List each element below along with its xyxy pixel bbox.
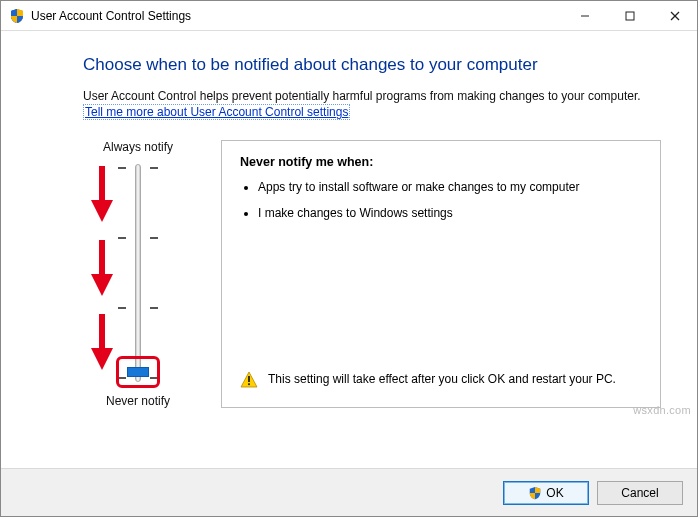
slider-track[interactable] <box>83 162 193 384</box>
page-heading: Choose when to be notified about changes… <box>83 55 661 75</box>
help-link[interactable]: Tell me more about User Account Control … <box>83 104 350 120</box>
close-button[interactable] <box>652 1 697 30</box>
slider-thumb-highlight <box>116 356 160 388</box>
notification-slider[interactable]: Always notify <box>83 140 193 408</box>
svg-marker-7 <box>91 274 113 296</box>
content-area: Choose when to be notified about changes… <box>1 31 697 468</box>
ok-button[interactable]: OK <box>503 481 589 505</box>
warning-text: This setting will take effect after you … <box>268 371 616 387</box>
shield-icon <box>528 486 542 500</box>
annotation-arrow-icon <box>87 162 117 226</box>
titlebar: User Account Control Settings <box>1 1 697 31</box>
slider-top-label: Always notify <box>83 140 193 154</box>
annotation-arrow-icon <box>87 310 117 374</box>
slider-bottom-label: Never notify <box>83 394 193 408</box>
svg-rect-12 <box>248 383 250 385</box>
description-text: User Account Control helps prevent poten… <box>83 89 661 103</box>
annotation-arrow-icon <box>87 236 117 300</box>
shield-icon <box>9 8 25 24</box>
minimize-button[interactable] <box>562 1 607 30</box>
window-title: User Account Control Settings <box>31 9 191 23</box>
svg-marker-5 <box>91 200 113 222</box>
watermark-text: wsxdn.com <box>633 404 691 416</box>
ok-button-label: OK <box>546 486 563 500</box>
slider-thumb[interactable] <box>127 367 149 377</box>
warning-icon <box>240 371 258 389</box>
svg-rect-1 <box>626 12 634 20</box>
dialog-footer: OK Cancel <box>1 468 697 516</box>
svg-rect-11 <box>248 376 250 382</box>
svg-marker-9 <box>91 348 113 370</box>
panel-title: Never notify me when: <box>240 155 642 169</box>
panel-bullet: I make changes to Windows settings <box>258 205 642 221</box>
description-panel: Never notify me when: Apps try to instal… <box>221 140 661 408</box>
panel-bullet: Apps try to install software or make cha… <box>258 179 642 195</box>
maximize-button[interactable] <box>607 1 652 30</box>
cancel-button-label: Cancel <box>621 486 658 500</box>
cancel-button[interactable]: Cancel <box>597 481 683 505</box>
uac-settings-window: User Account Control Settings Choose whe… <box>0 0 698 517</box>
